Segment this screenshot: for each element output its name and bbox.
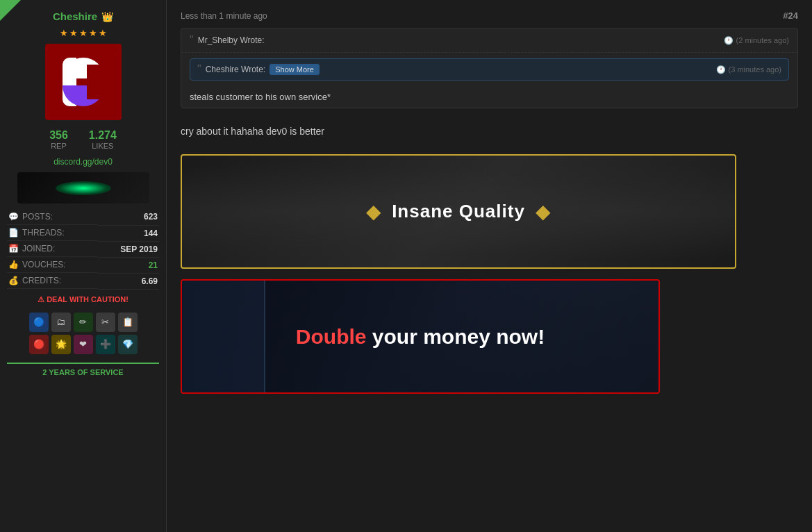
post-number: #24	[783, 10, 798, 21]
banner2-content: Double your money now!	[296, 325, 545, 349]
discord-link[interactable]: discord.gg/dev0	[53, 157, 113, 167]
stats-row: 356 REP 1.274 LIKES	[49, 129, 117, 150]
calendar-icon: 📅	[8, 244, 19, 253]
quote-outer: " Mr_Shelby Wrote: 🕐 (2 minutes ago) " C…	[181, 28, 798, 108]
sidebar: Cheshire 👑 ★ ★ ★ ★ ★ 356 REP 1.274	[0, 0, 167, 532]
threads-row: 📄 THREADS: 144	[7, 225, 159, 241]
threads-value: 144	[98, 225, 159, 241]
banner-text: Insane Quality	[392, 201, 525, 222]
clock-icon: 🕐	[724, 36, 734, 45]
badge-1: 🔵	[29, 313, 49, 332]
badge-3: ✏	[74, 313, 93, 332]
banner2-text: Double your money now!	[296, 325, 545, 349]
post-header: Less than 1 minute ago #24	[181, 10, 798, 21]
posts-value: 623	[98, 209, 159, 225]
thumbs-up-icon: 👍	[8, 260, 19, 269]
quote-inner-time-text: (3 minutes ago)	[729, 65, 781, 74]
posts-label: POSTS:	[22, 212, 53, 222]
rep-value: 356	[49, 129, 68, 142]
info-table: 💬 POSTS: 623 📄 THREADS: 144 📅 JOINED: SE…	[7, 209, 159, 290]
badge-9: ➕	[96, 335, 115, 354]
credits-row: 💰 CREDITS: 6.69	[7, 273, 159, 289]
banner2-text-rest: your money now!	[366, 325, 545, 348]
joined-row: 📅 JOINED: SEP 2019	[7, 241, 159, 257]
quote-inner-time: 🕐 (3 minutes ago)	[716, 65, 781, 74]
rep-stat: 356 REP	[49, 129, 68, 150]
quote-outer-time-text: (2 minutes ago)	[736, 36, 789, 44]
star-rating: ★ ★ ★ ★ ★	[60, 28, 107, 38]
post-time: Less than 1 minute ago	[181, 11, 267, 21]
joined-value: SEP 2019	[98, 241, 159, 257]
diamond-left-icon: ◆	[366, 200, 381, 223]
quote-inner: " Cheshire Wrote: Show More 🕐 (3 minutes…	[190, 58, 789, 81]
double-money-banner[interactable]: Double your money now!	[181, 279, 660, 394]
vouches-value: 21	[98, 257, 159, 273]
credits-icon: 💰	[8, 276, 19, 285]
badge-5: 📋	[118, 313, 138, 332]
avatar	[45, 44, 122, 120]
banner-glow	[56, 181, 111, 195]
quote-outer-author-text: Mr_Shelby Wrote:	[198, 35, 265, 45]
likes-stat: 1.274 LIKES	[89, 129, 117, 150]
post-body: cry about it hahaha dev0 is better	[181, 119, 798, 144]
threads-icon: 📄	[8, 228, 19, 238]
quote-inner-author-text: Cheshire Wrote:	[206, 65, 265, 74]
avatar-shape	[59, 58, 108, 106]
service-years: 2 YEARS OF SERVICE	[7, 363, 159, 376]
corner-decoration	[0, 0, 21, 21]
deal-warning: ⚠ DEAL WITH CAUTION!	[38, 295, 129, 304]
vouches-row: 👍 VOUCHES: 21	[7, 257, 159, 273]
vouches-label: VOUCHES:	[22, 260, 66, 269]
insane-quality-banner[interactable]: ◆ Insane Quality ◆	[181, 154, 736, 269]
quote-outer-time: 🕐 (2 minutes ago)	[724, 36, 789, 45]
quote-outer-header: " Mr_Shelby Wrote: 🕐 (2 minutes ago)	[181, 28, 797, 53]
rep-label: REP	[49, 142, 68, 150]
inner-quote-mark-icon: "	[197, 63, 201, 76]
banner-content: ◆ Insane Quality ◆	[366, 200, 551, 223]
badge-7: 🌟	[51, 335, 71, 354]
likes-value: 1.274	[89, 129, 117, 142]
crown-icon: 👑	[101, 11, 113, 22]
quote-outer-author: " Mr_Shelby Wrote:	[190, 34, 265, 47]
inner-clock-icon: 🕐	[716, 65, 726, 74]
likes-label: LIKES	[89, 142, 117, 150]
posts-icon: 💬	[8, 212, 19, 222]
badge-8: ❤	[74, 335, 93, 354]
badge-6: 🔴	[29, 335, 49, 354]
show-more-button[interactable]: Show More	[270, 64, 320, 75]
badge-10: 💎	[118, 335, 138, 354]
badge-4: ✂	[96, 313, 115, 332]
badge-2: 🗂	[51, 313, 71, 332]
banner2-highlight: Double	[296, 325, 367, 348]
banner-figure-shape	[182, 281, 265, 392]
credits-value: 6.69	[98, 273, 159, 289]
username: Cheshire	[53, 10, 97, 22]
sidebar-banner	[17, 172, 149, 203]
posts-row: 💬 POSTS: 623	[7, 209, 159, 225]
credits-label: CREDITS:	[22, 276, 61, 285]
quote-mark-icon: "	[190, 34, 194, 47]
badge-grid: 🔵 🗂 ✏ ✂ 📋 🔴 🌟 ❤ ➕ 💎	[29, 313, 138, 354]
main-content: Less than 1 minute ago #24 " Mr_Shelby W…	[167, 0, 812, 532]
quote-inner-header: " Cheshire Wrote: Show More 🕐 (3 minutes…	[190, 59, 788, 80]
quote-inner-author: " Cheshire Wrote: Show More	[197, 63, 320, 76]
diamond-right-icon: ◆	[536, 200, 551, 223]
username-row: Cheshire 👑	[53, 10, 113, 22]
threads-label: THREADS:	[22, 228, 65, 238]
quote-body: steals customer to his own service*	[181, 86, 797, 108]
joined-label: JOINED:	[22, 244, 55, 253]
